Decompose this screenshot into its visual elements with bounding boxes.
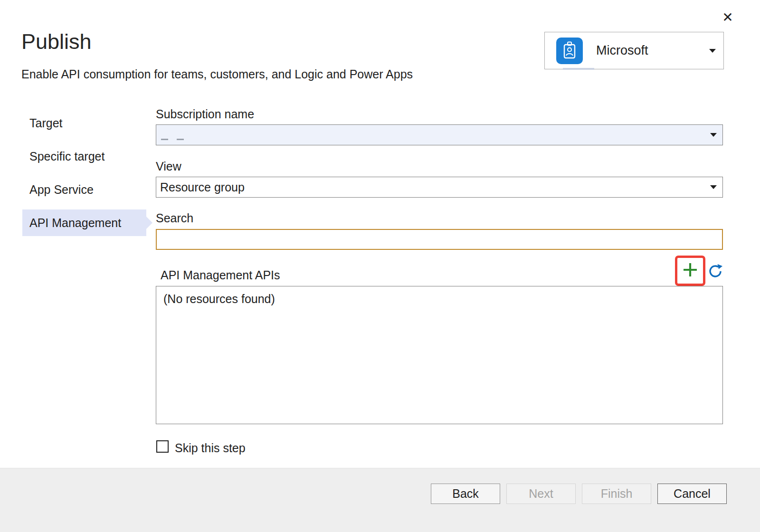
add-api-button[interactable] [682,262,699,279]
close-icon[interactable]: ✕ [718,8,737,27]
step-specific-target[interactable]: Specific target [22,143,146,170]
search-input[interactable] [156,229,723,250]
api-results-list[interactable]: (No resources found) [156,286,723,424]
account-badge-icon [556,38,583,64]
step-app-service[interactable]: App Service [22,176,146,203]
redacted-text [177,139,184,140]
plus-icon [682,261,699,280]
chevron-down-icon [709,49,716,53]
skip-step-checkbox[interactable] [156,440,169,453]
step-target[interactable]: Target [22,110,146,136]
finish-button[interactable]: Finish [582,484,651,504]
subscription-name-dropdown[interactable] [156,124,723,145]
skip-step-label: Skip this step [175,441,246,455]
view-dropdown[interactable]: Resource group [156,177,723,198]
chevron-down-icon [710,185,717,189]
footer-bar: Back Next Finish Cancel [0,468,760,532]
api-management-apis-label: API Management APIs [161,268,280,282]
publish-dialog: ✕ Publish Enable API consumption for tea… [0,0,760,532]
view-label: View [156,160,181,173]
annotation-highlight-box [675,256,705,286]
search-label: Search [156,211,193,225]
account-name: Microsoft [596,43,709,58]
next-button[interactable]: Next [506,484,576,504]
refresh-icon [708,272,723,280]
subscription-name-label: Subscription name [156,107,254,121]
refresh-button[interactable] [708,264,723,279]
cancel-button[interactable]: Cancel [657,484,727,504]
empty-results-text: (No resources found) [163,292,722,306]
account-selector[interactable]: Microsoft [544,32,724,69]
page-title: Publish [21,29,92,54]
view-value: Resource group [160,180,710,194]
chevron-down-icon [710,133,717,137]
redacted-text [563,68,594,70]
redacted-text [161,139,168,140]
page-subtitle: Enable API consumption for teams, custom… [21,67,413,81]
back-button[interactable]: Back [431,484,500,504]
step-api-management[interactable]: API Management [22,209,146,236]
